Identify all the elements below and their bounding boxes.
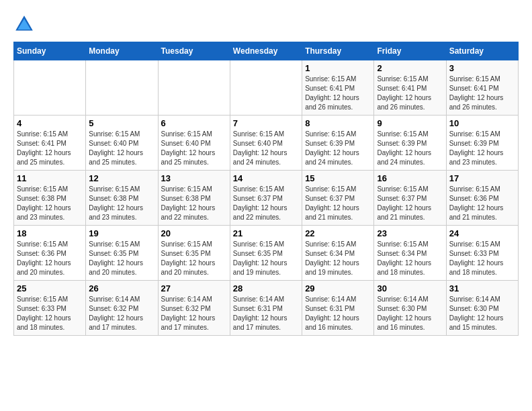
day-info: Sunrise: 6:15 AM Sunset: 6:35 PM Dayligh… (161, 240, 227, 277)
day-number: 21 (233, 228, 299, 238)
calendar-cell: 10Sunrise: 6:15 AM Sunset: 6:39 PM Dayli… (446, 116, 518, 171)
calendar-cell: 22Sunrise: 6:15 AM Sunset: 6:34 PM Dayli… (302, 226, 374, 281)
day-number: 5 (89, 118, 154, 128)
day-info: Sunrise: 6:15 AM Sunset: 6:36 PM Dayligh… (449, 185, 515, 222)
day-info: Sunrise: 6:15 AM Sunset: 6:41 PM Dayligh… (449, 75, 515, 112)
calendar-cell: 29Sunrise: 6:14 AM Sunset: 6:31 PM Dayli… (302, 281, 374, 336)
calendar-cell: 30Sunrise: 6:14 AM Sunset: 6:30 PM Dayli… (374, 281, 446, 336)
day-number: 13 (161, 173, 227, 183)
calendar-cell: 20Sunrise: 6:15 AM Sunset: 6:35 PM Dayli… (158, 226, 230, 281)
day-number: 4 (17, 118, 83, 128)
column-header-tuesday: Tuesday (158, 42, 230, 60)
logo (13, 13, 39, 35)
day-info: Sunrise: 6:14 AM Sunset: 6:30 PM Dayligh… (449, 295, 515, 332)
day-number: 24 (449, 228, 515, 238)
week-row-3: 11Sunrise: 6:15 AM Sunset: 6:38 PM Dayli… (14, 171, 519, 226)
day-info: Sunrise: 6:14 AM Sunset: 6:31 PM Dayligh… (305, 295, 371, 332)
day-info: Sunrise: 6:15 AM Sunset: 6:40 PM Dayligh… (161, 130, 227, 167)
day-info: Sunrise: 6:15 AM Sunset: 6:38 PM Dayligh… (89, 185, 154, 222)
calendar-cell: 13Sunrise: 6:15 AM Sunset: 6:38 PM Dayli… (158, 171, 230, 226)
day-number: 23 (377, 228, 443, 238)
day-number: 1 (305, 63, 371, 73)
calendar-cell: 17Sunrise: 6:15 AM Sunset: 6:36 PM Dayli… (446, 171, 518, 226)
day-info: Sunrise: 6:15 AM Sunset: 6:38 PM Dayligh… (161, 185, 227, 222)
calendar-cell: 4Sunrise: 6:15 AM Sunset: 6:41 PM Daylig… (14, 116, 86, 171)
calendar-cell: 9Sunrise: 6:15 AM Sunset: 6:39 PM Daylig… (374, 116, 446, 171)
day-number: 12 (89, 173, 154, 183)
calendar-cell: 6Sunrise: 6:15 AM Sunset: 6:40 PM Daylig… (158, 116, 230, 171)
day-info: Sunrise: 6:15 AM Sunset: 6:33 PM Dayligh… (449, 240, 515, 277)
day-number: 14 (233, 173, 299, 183)
day-number: 7 (233, 118, 299, 128)
day-number: 2 (377, 63, 443, 73)
day-number: 30 (377, 283, 443, 293)
day-info: Sunrise: 6:15 AM Sunset: 6:38 PM Dayligh… (17, 185, 83, 222)
day-info: Sunrise: 6:14 AM Sunset: 6:30 PM Dayligh… (377, 295, 443, 332)
day-info: Sunrise: 6:15 AM Sunset: 6:41 PM Dayligh… (305, 75, 371, 112)
day-info: Sunrise: 6:15 AM Sunset: 6:36 PM Dayligh… (17, 240, 83, 277)
column-header-wednesday: Wednesday (230, 42, 302, 60)
day-number: 27 (161, 283, 227, 293)
calendar-cell: 16Sunrise: 6:15 AM Sunset: 6:37 PM Dayli… (374, 171, 446, 226)
column-header-saturday: Saturday (446, 42, 518, 60)
week-row-4: 18Sunrise: 6:15 AM Sunset: 6:36 PM Dayli… (14, 226, 519, 281)
day-info: Sunrise: 6:15 AM Sunset: 6:34 PM Dayligh… (377, 240, 443, 277)
column-header-thursday: Thursday (302, 42, 374, 60)
calendar-cell: 28Sunrise: 6:14 AM Sunset: 6:31 PM Dayli… (230, 281, 302, 336)
day-info: Sunrise: 6:15 AM Sunset: 6:37 PM Dayligh… (233, 185, 299, 222)
day-number: 26 (89, 283, 154, 293)
day-number: 15 (305, 173, 371, 183)
column-header-sunday: Sunday (14, 42, 86, 60)
calendar-table: SundayMondayTuesdayWednesdayThursdayFrid… (13, 42, 519, 336)
calendar-cell (230, 60, 302, 116)
day-info: Sunrise: 6:15 AM Sunset: 6:41 PM Dayligh… (17, 130, 83, 167)
calendar-cell: 2Sunrise: 6:15 AM Sunset: 6:41 PM Daylig… (374, 60, 446, 116)
day-number: 6 (161, 118, 227, 128)
column-header-monday: Monday (86, 42, 158, 60)
day-info: Sunrise: 6:15 AM Sunset: 6:37 PM Dayligh… (305, 185, 371, 222)
day-info: Sunrise: 6:15 AM Sunset: 6:41 PM Dayligh… (377, 75, 443, 112)
day-info: Sunrise: 6:15 AM Sunset: 6:35 PM Dayligh… (89, 240, 154, 277)
week-row-2: 4Sunrise: 6:15 AM Sunset: 6:41 PM Daylig… (14, 116, 519, 171)
day-number: 9 (377, 118, 443, 128)
day-info: Sunrise: 6:15 AM Sunset: 6:40 PM Dayligh… (89, 130, 154, 167)
day-number: 20 (161, 228, 227, 238)
day-info: Sunrise: 6:15 AM Sunset: 6:34 PM Dayligh… (305, 240, 371, 277)
day-info: Sunrise: 6:15 AM Sunset: 6:39 PM Dayligh… (449, 130, 515, 167)
day-info: Sunrise: 6:15 AM Sunset: 6:39 PM Dayligh… (377, 130, 443, 167)
day-number: 25 (17, 283, 83, 293)
day-info: Sunrise: 6:15 AM Sunset: 6:39 PM Dayligh… (305, 130, 371, 167)
day-number: 22 (305, 228, 371, 238)
calendar-cell: 12Sunrise: 6:15 AM Sunset: 6:38 PM Dayli… (86, 171, 158, 226)
page-header (13, 13, 519, 35)
column-header-friday: Friday (374, 42, 446, 60)
day-number: 11 (17, 173, 83, 183)
calendar-cell: 25Sunrise: 6:15 AM Sunset: 6:33 PM Dayli… (14, 281, 86, 336)
day-number: 18 (17, 228, 83, 238)
calendar-cell: 11Sunrise: 6:15 AM Sunset: 6:38 PM Dayli… (14, 171, 86, 226)
calendar-cell: 24Sunrise: 6:15 AM Sunset: 6:33 PM Dayli… (446, 226, 518, 281)
day-number: 8 (305, 118, 371, 128)
logo-icon (13, 13, 35, 35)
day-info: Sunrise: 6:15 AM Sunset: 6:33 PM Dayligh… (17, 295, 83, 332)
day-info: Sunrise: 6:14 AM Sunset: 6:31 PM Dayligh… (233, 295, 299, 332)
day-number: 16 (377, 173, 443, 183)
calendar-cell: 19Sunrise: 6:15 AM Sunset: 6:35 PM Dayli… (86, 226, 158, 281)
calendar-cell: 26Sunrise: 6:14 AM Sunset: 6:32 PM Dayli… (86, 281, 158, 336)
calendar-cell: 3Sunrise: 6:15 AM Sunset: 6:41 PM Daylig… (446, 60, 518, 116)
calendar-cell: 21Sunrise: 6:15 AM Sunset: 6:35 PM Dayli… (230, 226, 302, 281)
day-number: 31 (449, 283, 515, 293)
day-number: 10 (449, 118, 515, 128)
calendar-body: 1Sunrise: 6:15 AM Sunset: 6:41 PM Daylig… (14, 60, 519, 336)
day-number: 28 (233, 283, 299, 293)
day-info: Sunrise: 6:15 AM Sunset: 6:35 PM Dayligh… (233, 240, 299, 277)
calendar-cell: 23Sunrise: 6:15 AM Sunset: 6:34 PM Dayli… (374, 226, 446, 281)
day-info: Sunrise: 6:15 AM Sunset: 6:37 PM Dayligh… (377, 185, 443, 222)
calendar-cell (86, 60, 158, 116)
calendar-cell: 7Sunrise: 6:15 AM Sunset: 6:40 PM Daylig… (230, 116, 302, 171)
calendar-cell: 18Sunrise: 6:15 AM Sunset: 6:36 PM Dayli… (14, 226, 86, 281)
calendar-cell: 27Sunrise: 6:14 AM Sunset: 6:32 PM Dayli… (158, 281, 230, 336)
calendar-cell: 5Sunrise: 6:15 AM Sunset: 6:40 PM Daylig… (86, 116, 158, 171)
header-row: SundayMondayTuesdayWednesdayThursdayFrid… (14, 42, 519, 60)
day-info: Sunrise: 6:15 AM Sunset: 6:40 PM Dayligh… (233, 130, 299, 167)
